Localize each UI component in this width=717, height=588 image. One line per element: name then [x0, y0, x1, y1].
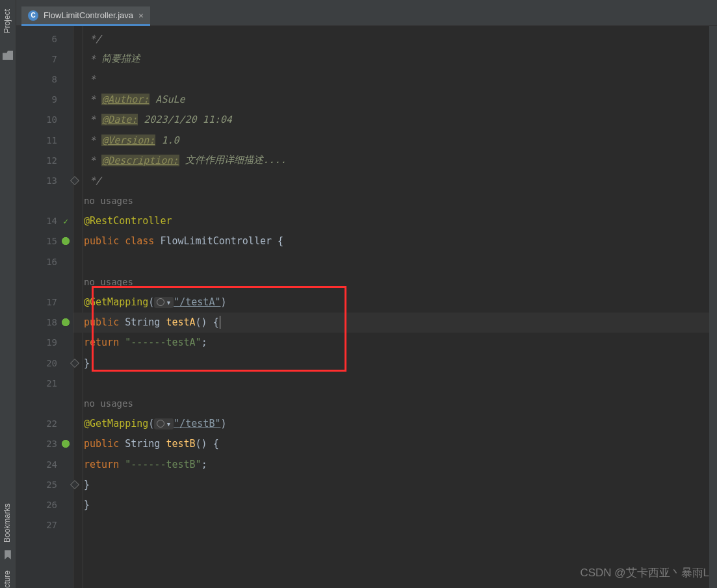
- gutter-blank: [16, 393, 73, 413]
- line-number: 23: [16, 434, 73, 454]
- code-line: return "------testB";: [73, 454, 717, 474]
- line-number: 15: [16, 231, 73, 251]
- gutter-blank: [16, 272, 73, 292]
- line-number: 26: [16, 494, 73, 515]
- url-inlay-icon[interactable]: ▾: [154, 418, 174, 429]
- java-class-icon: C: [28, 10, 38, 21]
- editor-tab-bar: C FlowLimitController.java ×: [16, 0, 717, 26]
- code-area[interactable]: */ * 简要描述 * * @Author: ASuLe * @Date: 20…: [73, 26, 717, 588]
- spring-icon[interactable]: [61, 236, 70, 246]
- code-line: @RestController: [73, 211, 717, 231]
- code-line: }: [73, 353, 717, 373]
- code-line: }: [73, 494, 717, 515]
- code-line: [73, 251, 717, 272]
- close-tab-icon[interactable]: ×: [138, 10, 144, 20]
- code-line: @GetMapping(▾"/testA"): [73, 292, 717, 312]
- code-line: * @Author: ASuLe: [73, 90, 717, 110]
- watermark-text: CSDN @艾卡西亚丶暴雨L: [580, 565, 709, 580]
- globe-icon: [157, 420, 164, 428]
- code-line: public class FlowLimitController {: [73, 231, 717, 251]
- line-number: 8: [16, 69, 73, 89]
- line-number: 7: [16, 49, 73, 69]
- check-icon[interactable]: [61, 216, 70, 225]
- code-line: * @Date: 2023/1/20 11:04: [73, 110, 717, 130]
- code-line: return "------testA";: [73, 333, 717, 353]
- code-line: */: [73, 29, 717, 49]
- line-number: 6: [16, 29, 73, 49]
- line-number: 14: [16, 211, 73, 231]
- line-number: 18: [16, 313, 73, 333]
- line-number: 13: [16, 170, 73, 190]
- line-number: 10: [16, 110, 73, 130]
- tab-filename: FlowLimitController.java: [44, 10, 133, 20]
- code-line: * @Description: 文件作用详细描述....: [73, 150, 717, 170]
- code-line: }: [73, 474, 717, 494]
- code-line: public String testB() {: [73, 434, 717, 454]
- gutter-blank: [16, 191, 73, 211]
- vertical-scrollbar[interactable]: [709, 26, 717, 588]
- project-tool-label[interactable]: Project: [3, 9, 12, 33]
- bookmark-icon[interactable]: [3, 550, 13, 559]
- spring-icon[interactable]: [61, 439, 70, 448]
- line-number: 20: [16, 353, 73, 373]
- line-number: 27: [16, 515, 73, 535]
- code-line-current: public String testA() {: [73, 313, 717, 333]
- caret: [220, 316, 220, 329]
- active-tab[interactable]: C FlowLimitController.java ×: [21, 6, 150, 26]
- line-number: 11: [16, 130, 73, 150]
- gutter[interactable]: 6 7 8 9 10 11 12 13 14 15 16 17 18 19 20…: [16, 26, 73, 588]
- code-line: */: [73, 170, 717, 190]
- code-line: *: [73, 69, 717, 89]
- line-number: 16: [16, 251, 73, 272]
- line-number: 17: [16, 292, 73, 312]
- code-line: [73, 515, 717, 535]
- spring-icon[interactable]: [61, 318, 70, 327]
- structure-tool-label[interactable]: cture: [3, 570, 12, 588]
- line-number: 12: [16, 150, 73, 170]
- line-number: 22: [16, 414, 73, 434]
- line-number: 9: [16, 90, 73, 110]
- usage-hint: no usages: [73, 191, 717, 211]
- code-line: [73, 373, 717, 393]
- code-line: * 简要描述: [73, 49, 717, 69]
- code-line: @GetMapping(▾"/testB"): [73, 414, 717, 434]
- usage-hint: no usages: [73, 272, 717, 292]
- bookmarks-tool-label[interactable]: Bookmarks: [3, 504, 12, 543]
- code-editor[interactable]: 6 7 8 9 10 11 12 13 14 15 16 17 18 19 20…: [16, 26, 717, 588]
- line-number: 19: [16, 333, 73, 353]
- folder-icon[interactable]: [3, 51, 13, 60]
- line-number: 24: [16, 454, 73, 474]
- url-inlay-icon[interactable]: ▾: [154, 297, 174, 308]
- usage-hint: no usages: [73, 393, 717, 413]
- line-number: 25: [16, 474, 73, 494]
- code-line: * @Version: 1.0: [73, 130, 717, 150]
- line-number: 21: [16, 373, 73, 393]
- left-tool-sidebar: Project Bookmarks cture: [0, 0, 16, 588]
- globe-icon: [157, 298, 164, 306]
